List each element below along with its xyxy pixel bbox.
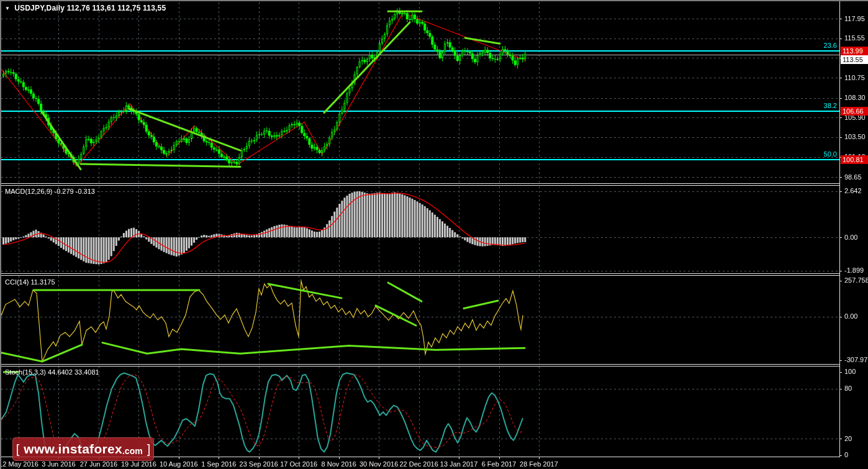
chevron-down-icon[interactable]: ▼ — [5, 6, 10, 11]
axis-label-stoch: 100 — [844, 368, 856, 375]
fib-level-label: 50.0 — [824, 150, 837, 158]
stoch-indicator-label: Stoch(15,3,3) 44.6402 33.4081 — [5, 368, 99, 376]
axis-label-stoch: 80 — [844, 385, 852, 392]
date-axis-label: 6 Feb 2017 — [482, 460, 517, 468]
date-axis-label: 19 Jul 2016 — [121, 460, 156, 468]
axis-label-stoch: 0 — [844, 451, 848, 458]
symbol-title-bar[interactable]: ▼ USDJPY,Daily 112,76 113,61 112,75 113,… — [5, 4, 166, 12]
fib-price-tag: 100.81 — [841, 155, 868, 164]
date-axis-label: 23 Sep 2016 — [240, 460, 278, 468]
axis-label-main: 98.65 — [844, 173, 862, 181]
axis-label-main: 110.75 — [844, 74, 865, 81]
axis-label-main: 117.95 — [844, 15, 865, 22]
current-price-tag: 113.55 — [841, 55, 868, 64]
date-axis-label: 1 Sep 2016 — [201, 460, 236, 468]
chart-window: ▼ USDJPY,Daily 112,76 113,61 112,75 113,… — [0, 0, 868, 469]
date-axis-label: 28 Feb 2017 — [520, 460, 558, 468]
date-axis-label: 3 Jun 2016 — [42, 460, 75, 468]
axis-label-macd: -1.899 — [844, 266, 864, 274]
date-axis-label: 27 Jun 2016 — [80, 460, 118, 468]
axis-label-main: 108.30 — [844, 94, 866, 101]
axis-label-main: 103.50 — [844, 133, 866, 140]
axis-label-macd: 2.642 — [844, 187, 862, 194]
date-axis-label: 10 Aug 2016 — [160, 460, 198, 468]
date-axis-label: 13 Jan 2017 — [440, 460, 478, 468]
chart-canvas[interactable] — [1, 1, 868, 469]
logo-bracket-left: [ — [12, 442, 24, 457]
axis-label-cci: 0.00 — [844, 312, 857, 320]
axis-label-main: 115.55 — [844, 34, 865, 42]
fib-level-label: 23.6 — [824, 42, 837, 49]
fib-price-tag: 106.66 — [841, 107, 868, 116]
axis-label-stoch: 20 — [844, 435, 852, 442]
date-axis-label: 22 Dec 2016 — [399, 460, 438, 468]
axis-label-macd: 0.00 — [844, 234, 857, 241]
cci-indicator-label: CCI(14) 11.3175 — [5, 278, 55, 286]
symbol-title: USDJPY,Daily 112,76 113,61 112,75 113,55 — [14, 4, 166, 12]
axis-label-cci: -307.971 — [844, 356, 868, 363]
axis-label-cci: 257.7588 — [844, 276, 868, 284]
logo-text: www.instaforex — [24, 442, 122, 457]
logo-bracket-right: ] — [143, 442, 155, 457]
date-axis-label: 30 Nov 2016 — [359, 460, 398, 468]
date-axis-label: 12 May 2016 — [0, 460, 38, 468]
date-axis-label: 8 Nov 2016 — [322, 460, 356, 468]
instaforex-watermark: [ www.instaforex .com ] — [12, 437, 154, 461]
logo-suffix: .com — [122, 443, 143, 456]
fib-level-label: 38.2 — [824, 102, 837, 109]
fib-price-tag: 113.99 — [841, 47, 868, 55]
macd-indicator-label: MACD(12,26,9) -0.279 -0.313 — [5, 188, 95, 195]
date-axis-label: 17 Oct 2016 — [280, 460, 317, 468]
